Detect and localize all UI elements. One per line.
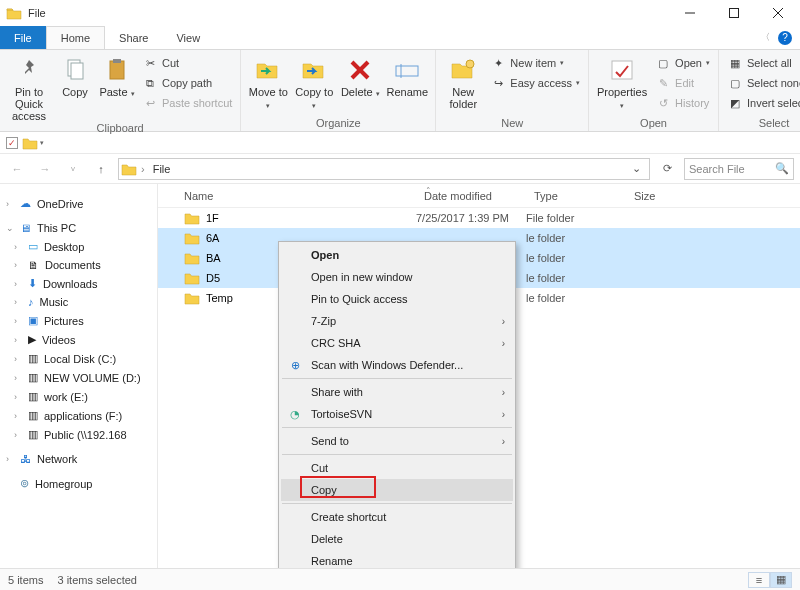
invert-icon: ◩ [727,95,743,111]
qat-dropdown-icon[interactable]: ▾ [40,139,44,147]
table-row[interactable]: 1F 7/25/2017 1:39 PM File folder [158,208,800,228]
forward-button[interactable]: → [34,158,56,180]
navigation-pane[interactable]: ›☁OneDrive ⌄🖥This PC ›▭Desktop ›🗎Documen… [0,184,158,570]
search-placeholder: Search File [689,163,745,175]
nav-onedrive[interactable]: ›☁OneDrive [2,194,155,213]
collapse-ribbon-icon[interactable]: 〈 [761,31,770,44]
copy-path-button[interactable]: ⧉Copy path [140,74,234,92]
properties-button[interactable]: Properties ▾ [595,52,649,110]
ctx-cut[interactable]: Cut [281,457,513,479]
tab-file[interactable]: File [0,26,46,49]
maximize-button[interactable] [712,0,756,26]
copy-button[interactable]: Copy [56,52,94,98]
recent-dropdown[interactable]: v [62,158,84,180]
new-item-button[interactable]: ✦New item ▾ [488,54,582,72]
select-all-button[interactable]: ▦Select all [725,54,800,72]
nav-music[interactable]: ›♪Music [2,293,155,311]
nav-network[interactable]: ›🖧Network [2,450,155,468]
nav-homegroup[interactable]: ⊚Homegroup [2,474,155,493]
address-bar[interactable]: › File ⌄ [118,158,650,180]
context-menu: Open Open in new window Pin to Quick acc… [278,241,516,590]
move-to-button[interactable]: Move to ▾ [247,52,289,110]
group-select: ▦Select all ▢Select none ◩Invert selecti… [719,50,800,131]
open-button[interactable]: ▢Open ▾ [653,54,712,72]
drive-icon: ▥ [28,409,38,422]
ctx-tortoisesvn[interactable]: ◔TortoiseSVN› [281,403,513,425]
nav-work[interactable]: ›▥work (E:) [2,387,155,406]
ctx-separator [282,378,512,379]
nav-desktop[interactable]: ›▭Desktop [2,237,155,256]
delete-button[interactable]: Delete ▾ [339,52,381,98]
col-type[interactable]: Type [526,190,626,202]
cut-button[interactable]: ✂Cut [140,54,234,72]
network-icon: 🖧 [20,453,31,465]
refresh-button[interactable]: ⟳ [656,162,678,175]
rename-button[interactable]: Rename [385,52,429,98]
view-large-icons-button[interactable]: ▦ [770,572,792,588]
nav-videos[interactable]: ›▶Videos [2,330,155,349]
new-folder-button[interactable]: New folder [442,52,484,110]
tab-share[interactable]: Share [105,26,162,49]
help-icon[interactable]: ? [778,31,792,45]
file-name: Temp [206,292,233,304]
copy-path-icon: ⧉ [142,75,158,91]
pin-quick-access-button[interactable]: Pin to Quick access [6,52,52,122]
qat-checkbox[interactable]: ✓ [6,137,18,149]
close-button[interactable] [756,0,800,26]
column-headers[interactable]: Name Date modified Type Size [158,184,800,208]
ctx-defender[interactable]: ⊕Scan with Windows Defender... [281,354,513,376]
col-name[interactable]: Name [158,190,416,202]
paste-button[interactable]: Paste ▾ [98,52,136,98]
homegroup-icon: ⊚ [20,477,29,490]
ctx-open[interactable]: Open [281,244,513,266]
tab-home[interactable]: Home [46,26,105,49]
svg-rect-7 [113,59,121,63]
folder-icon [121,162,137,176]
nav-local-disk[interactable]: ›▥Local Disk (C:) [2,349,155,368]
select-all-icon: ▦ [727,55,743,71]
ctx-open-new-window[interactable]: Open in new window [281,266,513,288]
group-select-label: Select [725,117,800,131]
breadcrumb-item[interactable]: File [149,163,175,175]
easy-access-button[interactable]: ↪Easy access ▾ [488,74,582,92]
tortoise-icon: ◔ [287,406,303,422]
ctx-crc-sha[interactable]: CRC SHA› [281,332,513,354]
breadcrumb-sep[interactable]: › [137,163,149,175]
col-date[interactable]: Date modified [416,190,526,202]
ctx-copy[interactable]: Copy [281,479,513,501]
invert-selection-button[interactable]: ◩Invert selection [725,94,800,112]
nav-pictures[interactable]: ›▣Pictures [2,311,155,330]
address-dropdown[interactable]: ⌄ [626,162,647,175]
group-new-label: New [442,117,582,131]
ctx-send-to[interactable]: Send to› [281,430,513,452]
search-box[interactable]: Search File 🔍 [684,158,794,180]
nav-documents[interactable]: ›🗎Documents [2,256,155,274]
ctx-delete[interactable]: Delete [281,528,513,550]
nav-applications[interactable]: ›▥applications (F:) [2,406,155,425]
nav-new-volume[interactable]: ›▥NEW VOLUME (D:) [2,368,155,387]
nav-this-pc[interactable]: ⌄🖥This PC [2,219,155,237]
nav-downloads[interactable]: ›⬇Downloads [2,274,155,293]
up-button[interactable]: ↑ [90,158,112,180]
view-details-button[interactable]: ≡ [748,572,770,588]
ctx-share-with[interactable]: Share with› [281,381,513,403]
edit-button[interactable]: ✎Edit [653,74,712,92]
copy-to-button[interactable]: Copy to ▾ [293,52,335,110]
ctx-7zip[interactable]: 7-Zip› [281,310,513,332]
tab-view[interactable]: View [162,26,214,49]
history-icon: ↺ [655,95,671,111]
folder-icon [6,6,22,20]
ctx-pin-quick-access[interactable]: Pin to Quick access [281,288,513,310]
nav-public[interactable]: ›▥Public (\\192.168 [2,425,155,444]
ctx-create-shortcut[interactable]: Create shortcut [281,506,513,528]
col-size[interactable]: Size [626,190,686,202]
copy-to-icon [301,58,327,82]
ribbon: Pin to Quick access Copy Paste ▾ ✂Cut ⧉C… [0,50,800,132]
back-button[interactable]: ← [6,158,28,180]
minimize-button[interactable] [668,0,712,26]
network-drive-icon: ▥ [28,428,38,441]
paste-shortcut-button[interactable]: ↩Paste shortcut [140,94,234,112]
select-none-button[interactable]: ▢Select none [725,74,800,92]
group-organize-label: Organize [247,117,429,131]
history-button[interactable]: ↺History [653,94,712,112]
